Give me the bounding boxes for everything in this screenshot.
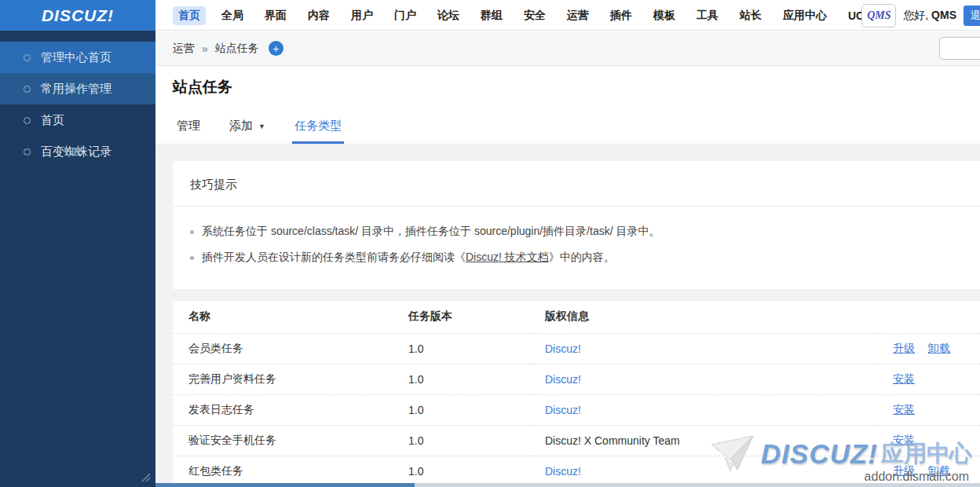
top-nav-item[interactable]: 内容: [302, 6, 335, 25]
task-action-link[interactable]: 升级: [893, 342, 915, 354]
task-version: 1.0: [393, 394, 529, 425]
top-nav-item-label: 插件: [610, 9, 632, 21]
main-content: 技巧提示 系统任务位于 source/class/task/ 目录中，插件任务位…: [155, 145, 980, 487]
top-nav-item[interactable]: 全局: [216, 6, 249, 25]
table-row: 发表日志任务 1.0 Discuz! 安装: [173, 394, 980, 425]
top-nav-item-label: 模板: [653, 9, 675, 21]
task-name: 会员类任务: [173, 333, 393, 364]
top-nav-item-label: 应用中心: [783, 9, 827, 21]
tab[interactable]: 任务类型: [292, 119, 344, 144]
top-nav-item[interactable]: 用户: [346, 6, 378, 25]
task-action-link[interactable]: 升级: [893, 464, 915, 477]
table-row: 完善用户资料任务 1.0 Discuz! 安装: [173, 364, 980, 394]
tab-bar: 管理 添加 ▼ 任务类型: [174, 119, 344, 144]
top-nav-item-label: 论坛: [437, 9, 459, 21]
discuz-logo[interactable]: DISCUZ!: [0, 0, 155, 31]
top-nav-item-label: 工具: [697, 9, 719, 21]
column-header-name: 名称: [173, 301, 393, 333]
chevron-down-icon: ▼: [258, 123, 265, 130]
breadcrumb-current: 站点任务: [215, 42, 259, 56]
circle-bullet-icon: [24, 148, 31, 156]
copyright-link[interactable]: Discuz!: [545, 404, 581, 416]
breadcrumb-parent[interactable]: 运营: [173, 42, 195, 56]
copyright-link: Discuz! X Community Team: [545, 434, 680, 447]
sidebar-item[interactable]: 管理中心首页: [0, 42, 155, 73]
copyright-link[interactable]: Discuz!: [545, 342, 581, 355]
task-actions: 安装: [877, 394, 980, 425]
top-nav-item-label: 门户: [394, 9, 416, 21]
top-nav-item[interactable]: 模板: [648, 6, 681, 25]
task-version: 1.0: [393, 425, 529, 456]
task-table-panel: 名称 任务版本 版权信息 会员类任务 1.0 Discuz! 升级卸载 完善用户…: [173, 301, 980, 487]
user-area: QMS 您好, QMS 退: [861, 0, 980, 31]
task-action-link[interactable]: 安装: [893, 372, 915, 385]
top-nav-item[interactable]: 插件: [605, 6, 638, 25]
top-nav-item-label: 界面: [265, 9, 287, 21]
search-input[interactable]: [939, 37, 980, 60]
task-actions: 升级卸载: [877, 333, 980, 364]
username-text: QMS: [931, 9, 956, 21]
task-name: 发表日志任务: [173, 394, 393, 425]
top-nav-item[interactable]: 应用中心: [777, 6, 832, 25]
sidebar: 管理中心首页 常用操作管理 首页 百变蜘蛛记录: [0, 31, 155, 487]
table-row: 会员类任务 1.0 Discuz! 升级卸载: [173, 333, 980, 364]
tab[interactable]: 添加 ▼: [227, 119, 268, 144]
top-nav-item[interactable]: 运营: [561, 6, 594, 25]
task-version: 1.0: [393, 364, 529, 394]
top-nav-item[interactable]: 界面: [259, 6, 292, 25]
column-header-actions: [877, 301, 980, 333]
top-nav-item[interactable]: 工具: [691, 6, 724, 25]
task-name: 完善用户资料任务: [173, 364, 393, 394]
task-version: 1.0: [393, 456, 529, 486]
scrollbar-thumb[interactable]: [155, 483, 415, 487]
top-header: DISCUZ! 首页全局界面内容用户门户论坛群组安全运营插件模板工具站长应用中心…: [0, 0, 980, 31]
top-nav-item[interactable]: 站长: [734, 6, 767, 25]
tip-text: 系统任务位于 source/class/task/ 目录中，插件任务位于 sou…: [202, 225, 660, 239]
table-row: 验证安全手机任务 1.0 Discuz! X Community Team 安装: [173, 425, 980, 456]
top-navigation: 首页全局界面内容用户门户论坛群组安全运营插件模板工具站长应用中心UCenter: [173, 0, 896, 31]
tip-item: 插件开发人员在设计新的任务类型前请务必仔细阅读《 Discuz! 技术文档 》中…: [190, 251, 963, 265]
qms-logo[interactable]: QMS: [861, 4, 896, 27]
task-name: 红包类任务: [173, 456, 393, 486]
circle-bullet-icon: [24, 54, 31, 61]
page-head: 站点任务 管理 添加 ▼ 任务类型: [155, 66, 980, 145]
tab-label: 添加: [229, 119, 253, 134]
horizontal-scrollbar[interactable]: [155, 483, 980, 487]
top-nav-item[interactable]: 首页: [173, 6, 206, 25]
top-nav-item[interactable]: 论坛: [432, 6, 465, 25]
add-favorite-button[interactable]: +: [269, 41, 283, 56]
task-table: 名称 任务版本 版权信息 会员类任务 1.0 Discuz! 升级卸载 完善用户…: [173, 301, 980, 487]
column-header-copyright: 版权信息: [529, 301, 877, 333]
tip-item: 系统任务位于 source/class/task/ 目录中，插件任务位于 sou…: [190, 225, 963, 239]
sidebar-item-label: 百变蜘蛛记录: [41, 145, 112, 159]
top-nav-item-label: 群组: [481, 9, 503, 21]
tip-text: 插件开发人员在设计新的任务类型前请务必仔细阅读《: [202, 251, 466, 265]
user-greeting: 您好, QMS: [903, 9, 956, 23]
task-action-link[interactable]: 卸载: [928, 342, 950, 354]
sidebar-item[interactable]: 首页: [0, 104, 155, 136]
page-title: 站点任务: [173, 77, 232, 97]
task-version: 1.0: [393, 333, 529, 364]
task-action-link[interactable]: 安装: [893, 403, 915, 416]
task-action-link[interactable]: 安装: [893, 434, 915, 446]
logout-button[interactable]: 退: [964, 5, 980, 26]
sidebar-item[interactable]: 百变蜘蛛记录: [0, 136, 155, 167]
top-nav-item-label: 全局: [221, 9, 243, 21]
tab[interactable]: 管理: [174, 119, 203, 144]
copyright-link[interactable]: Discuz!: [545, 373, 581, 386]
top-nav-item-label: 首页: [178, 9, 200, 21]
circle-bullet-icon: [24, 117, 31, 124]
task-name: 验证安全手机任务: [173, 425, 393, 456]
tab-label: 管理: [177, 119, 200, 134]
top-nav-item-label: 内容: [308, 9, 330, 21]
tip-doc-link[interactable]: Discuz! 技术文档: [466, 251, 549, 265]
task-action-link[interactable]: 卸载: [928, 464, 950, 477]
top-nav-item[interactable]: 群组: [475, 6, 508, 25]
top-nav-item[interactable]: 安全: [518, 6, 551, 25]
top-nav-item-label: 用户: [351, 9, 373, 21]
copyright-link[interactable]: Discuz!: [545, 465, 581, 478]
top-nav-item[interactable]: 门户: [389, 6, 422, 25]
greeting-text: 您好,: [903, 9, 928, 21]
resize-handle-icon[interactable]: [140, 471, 151, 482]
sidebar-item[interactable]: 常用操作管理: [0, 73, 155, 104]
